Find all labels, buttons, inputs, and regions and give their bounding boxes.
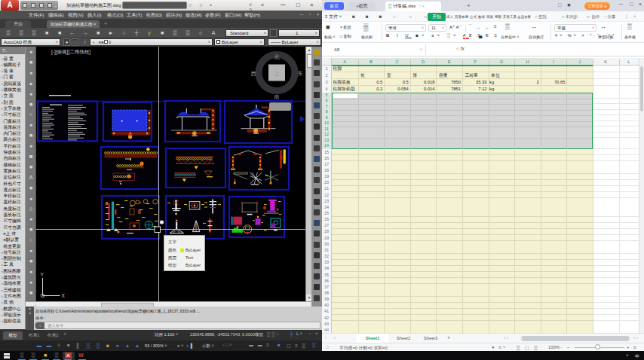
- svg-text:北: 北: [274, 54, 280, 60]
- svg-text:上: 上: [274, 71, 280, 76]
- svg-text:南: 南: [274, 94, 280, 99]
- svg-text:[-][俯视][二维线框]: [-][俯视][二维线框]: [51, 49, 90, 55]
- svg-text:西: 西: [251, 71, 256, 77]
- svg-text:东: 东: [298, 71, 303, 76]
- svg-text:Y: Y: [41, 272, 44, 277]
- svg-text:X: X: [62, 293, 66, 298]
